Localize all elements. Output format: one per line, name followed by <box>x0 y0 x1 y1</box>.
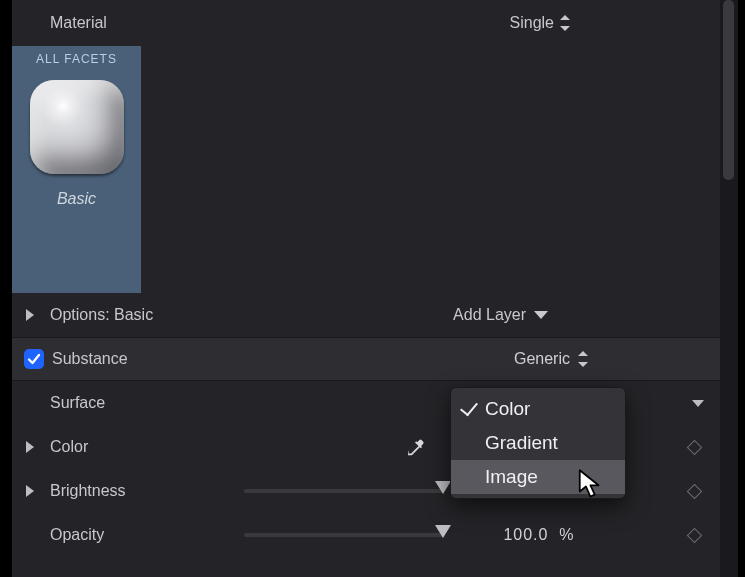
scrollbar-thumb[interactable] <box>723 0 734 180</box>
material-title: Material <box>50 14 107 32</box>
popup-item-gradient[interactable]: Gradient <box>451 426 625 460</box>
mouse-cursor-icon <box>578 469 604 499</box>
slider-thumb-icon[interactable] <box>435 481 451 494</box>
popup-item-label: Image <box>485 466 538 488</box>
add-layer-label: Add Layer <box>453 306 526 324</box>
checkmark-icon <box>27 352 41 366</box>
popup-item-color[interactable]: Color <box>451 392 625 426</box>
substance-row: Substance Generic <box>12 337 720 381</box>
slider-thumb-icon[interactable] <box>435 525 451 538</box>
disclosure-triangle-icon[interactable] <box>26 441 34 453</box>
keyframe-diamond-icon[interactable] <box>687 527 703 543</box>
opacity-unit: % <box>559 526 574 543</box>
chevron-down-icon[interactable] <box>692 400 704 407</box>
facets-area: ALL FACETS Basic <box>12 46 720 293</box>
facet-tab-label: ALL FACETS <box>36 46 117 70</box>
vertical-scrollbar[interactable] <box>720 0 738 577</box>
opacity-label: Opacity <box>50 526 104 544</box>
disclosure-triangle-icon[interactable] <box>26 485 34 497</box>
substance-value-dropdown[interactable]: Generic <box>514 350 588 368</box>
facet-tile-all-facets[interactable]: ALL FACETS Basic <box>12 46 141 293</box>
keyframe-diamond-icon[interactable] <box>687 483 703 499</box>
add-layer-dropdown[interactable]: Add Layer <box>453 306 548 324</box>
material-mode-value: Single <box>510 14 554 32</box>
brightness-label: Brightness <box>50 482 126 500</box>
options-row: Options: Basic Add Layer <box>12 293 720 337</box>
opacity-row: Opacity 100.0 % <box>12 513 720 557</box>
substance-value: Generic <box>514 350 570 368</box>
color-label: Color <box>50 438 88 456</box>
material-mode-dropdown[interactable]: Single <box>510 14 570 32</box>
opacity-slider[interactable] <box>244 533 443 537</box>
opacity-value-readout[interactable]: 100.0 % <box>474 526 604 544</box>
brightness-slider[interactable] <box>244 489 443 493</box>
popup-item-label: Gradient <box>485 432 558 454</box>
material-header-row: Material Single <box>12 0 720 46</box>
surface-label: Surface <box>50 394 105 412</box>
disclosure-triangle-icon[interactable] <box>26 309 34 321</box>
material-preview-thumbnail <box>30 80 124 174</box>
chevron-down-icon <box>534 311 548 319</box>
options-label: Options: Basic <box>50 306 153 324</box>
substance-enable-checkbox[interactable] <box>24 349 44 369</box>
eyedropper-icon[interactable] <box>404 436 426 458</box>
opacity-value: 100.0 <box>503 526 548 543</box>
up-down-icon <box>578 351 588 367</box>
up-down-icon <box>560 15 570 31</box>
facet-caption: Basic <box>57 190 96 208</box>
substance-label: Substance <box>52 350 128 368</box>
keyframe-diamond-icon[interactable] <box>687 439 703 455</box>
popup-item-label: Color <box>485 398 530 420</box>
